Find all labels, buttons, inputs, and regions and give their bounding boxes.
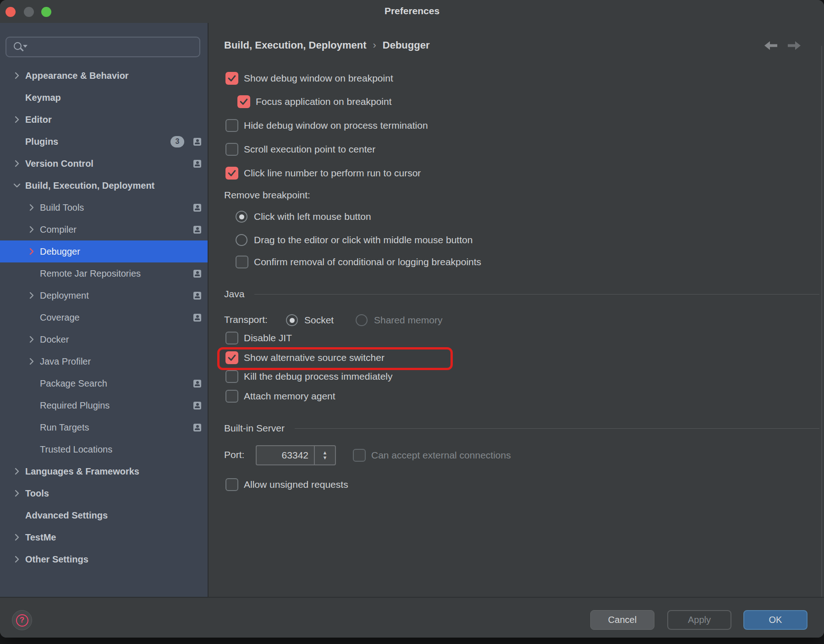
apply-button[interactable]: Apply <box>667 610 731 630</box>
checkbox-unchecked-icon <box>225 370 238 383</box>
user-settings-icon <box>193 204 201 212</box>
back-arrow-icon[interactable] <box>764 41 777 50</box>
settings-tree: Appearance & Behavior Keymap Editor <box>0 65 208 570</box>
chevron-right-icon <box>28 358 40 365</box>
java-section-header: Java <box>224 289 819 300</box>
stepper-arrows-icon[interactable]: ▲ ▼ <box>314 446 335 464</box>
checkbox-disable-jit[interactable]: Disable JIT <box>225 332 292 344</box>
user-settings-icon <box>193 160 201 168</box>
cancel-button[interactable]: Cancel <box>590 610 654 630</box>
forward-arrow-icon[interactable] <box>788 41 801 50</box>
checkbox-accept-external-connections[interactable]: Can accept external connections <box>353 449 511 462</box>
checkbox-checked-icon <box>225 351 238 364</box>
sidebar-item-keymap[interactable]: Keymap <box>0 87 208 109</box>
chevron-right-icon <box>14 490 25 497</box>
sidebar-item-plugins[interactable]: Plugins 3 <box>0 131 208 153</box>
port-value: 63342 <box>257 446 314 464</box>
help-button[interactable]: ? <box>12 610 32 630</box>
sidebar-item-build-tools[interactable]: Build Tools <box>0 196 208 218</box>
sidebar-item-other-settings[interactable]: Other Settings <box>0 548 208 570</box>
sidebar-item-docker[interactable]: Docker <box>0 328 208 350</box>
checkbox-allow-unsigned-requests[interactable]: Allow unsigned requests <box>225 478 348 491</box>
checkbox-checked-icon <box>237 95 250 108</box>
chevron-right-icon <box>28 402 40 409</box>
sidebar-item-tools[interactable]: Tools <box>0 482 208 504</box>
checkbox-confirm-removal[interactable]: Confirm removal of conditional or loggin… <box>236 256 481 268</box>
radio-transport-shared-memory[interactable]: Shared memory <box>356 314 442 327</box>
chevron-right-icon <box>28 248 40 255</box>
chevron-right-icon <box>14 556 25 563</box>
sidebar-item-build-execution-deployment[interactable]: Build, Execution, Deployment <box>0 175 208 196</box>
checkbox-unchecked-icon <box>225 119 238 132</box>
user-settings-icon <box>193 314 201 322</box>
checkbox-hide-debug-window[interactable]: Hide debug window on process termination <box>225 119 428 132</box>
sidebar-item-compiler[interactable]: Compiler <box>0 218 208 240</box>
search-icon <box>13 41 27 53</box>
remove-breakpoint-label: Remove breakpoint: <box>224 190 310 201</box>
panel-edge <box>821 46 822 620</box>
checkbox-unchecked-icon <box>236 256 248 268</box>
sidebar-item-coverage[interactable]: Coverage <box>0 306 208 328</box>
dialog-footer: ? Cancel Apply OK <box>0 597 824 638</box>
radio-click-left-mouse[interactable]: Click with left mouse button <box>236 210 371 223</box>
chevron-right-icon <box>14 534 25 541</box>
transport-row: Transport: <box>224 313 268 326</box>
sidebar-item-appearance-behavior[interactable]: Appearance & Behavior <box>0 65 208 87</box>
chevron-right-icon <box>28 292 40 299</box>
help-icon: ? <box>16 614 28 627</box>
preferences-dialog: Preferences Appearance & Behavior Keymap <box>0 0 824 638</box>
user-settings-icon <box>193 292 201 300</box>
chevron-right-icon <box>14 160 25 167</box>
settings-panel: Build, Execution, Deployment›Debugger Sh… <box>209 23 824 597</box>
settings-sidebar: Appearance & Behavior Keymap Editor <box>0 23 209 597</box>
stepper-down-icon[interactable]: ▼ <box>323 455 328 460</box>
sidebar-item-trusted-locations[interactable]: Trusted Locations <box>0 438 208 460</box>
sidebar-item-version-control[interactable]: Version Control <box>0 153 208 175</box>
checkbox-unchecked-icon <box>225 332 238 344</box>
ok-button[interactable]: OK <box>743 610 808 630</box>
count-badge: 3 <box>170 136 184 147</box>
checkbox-click-line-number[interactable]: Click line number to perform run to curs… <box>225 167 421 180</box>
checkbox-show-alternative-source-switcher[interactable]: Show alternative source switcher <box>225 351 385 364</box>
sidebar-item-package-search[interactable]: Package Search <box>0 372 208 394</box>
checkbox-attach-memory-agent[interactable]: Attach memory agent <box>225 390 335 403</box>
title-bar: Preferences <box>0 0 824 23</box>
chevron-right-icon <box>14 468 25 475</box>
user-settings-icon <box>193 138 201 146</box>
checkbox-scroll-execution[interactable]: Scroll execution point to center <box>225 143 375 156</box>
sidebar-item-advanced-settings[interactable]: Advanced Settings <box>0 504 208 526</box>
chevron-right-icon <box>28 270 40 277</box>
checkbox-kill-debug-process[interactable]: Kill the debug process immediately <box>225 370 393 383</box>
radio-transport-socket[interactable]: Socket <box>286 314 334 327</box>
chevron-down-icon <box>14 182 25 189</box>
sidebar-item-run-targets[interactable]: Run Targets <box>0 416 208 438</box>
checkbox-show-debug-window[interactable]: Show debug window on breakpoint <box>225 72 393 85</box>
builtin-server-section-header: Built-in Server <box>224 423 819 434</box>
radio-selected-icon <box>286 314 298 326</box>
chevron-right-icon <box>28 226 40 233</box>
chevron-right-icon <box>28 380 40 387</box>
chevron-right-icon <box>28 424 40 431</box>
sidebar-item-deployment[interactable]: Deployment <box>0 284 208 306</box>
user-settings-icon <box>193 380 201 387</box>
radio-selected-icon <box>236 211 247 223</box>
sidebar-item-java-profiler[interactable]: Java Profiler <box>0 350 208 372</box>
chevron-right-icon <box>14 94 25 101</box>
breadcrumb-separator-icon: › <box>366 39 382 51</box>
user-settings-icon <box>193 402 201 409</box>
search-input[interactable] <box>5 37 200 57</box>
port-label: Port: <box>224 449 244 460</box>
radio-drag-to-editor[interactable]: Drag to the editor or click with middle … <box>236 234 472 246</box>
sidebar-item-debugger[interactable]: Debugger <box>0 240 208 262</box>
sidebar-item-testme[interactable]: TestMe <box>0 526 208 548</box>
checkbox-focus-application[interactable]: Focus application on breakpoint <box>237 95 392 108</box>
port-spinner[interactable]: 63342 ▲ ▼ <box>256 445 336 465</box>
sidebar-item-languages-frameworks[interactable]: Languages & Frameworks <box>0 460 208 482</box>
chevron-right-icon <box>14 512 25 519</box>
checkbox-checked-icon <box>225 72 238 85</box>
sidebar-item-remote-jar-repositories[interactable]: Remote Jar Repositories <box>0 262 208 284</box>
sidebar-item-editor[interactable]: Editor <box>0 109 208 131</box>
chevron-right-icon <box>28 446 40 453</box>
breadcrumb-parent[interactable]: Build, Execution, Deployment <box>224 39 366 51</box>
sidebar-item-required-plugins[interactable]: Required Plugins <box>0 394 208 416</box>
